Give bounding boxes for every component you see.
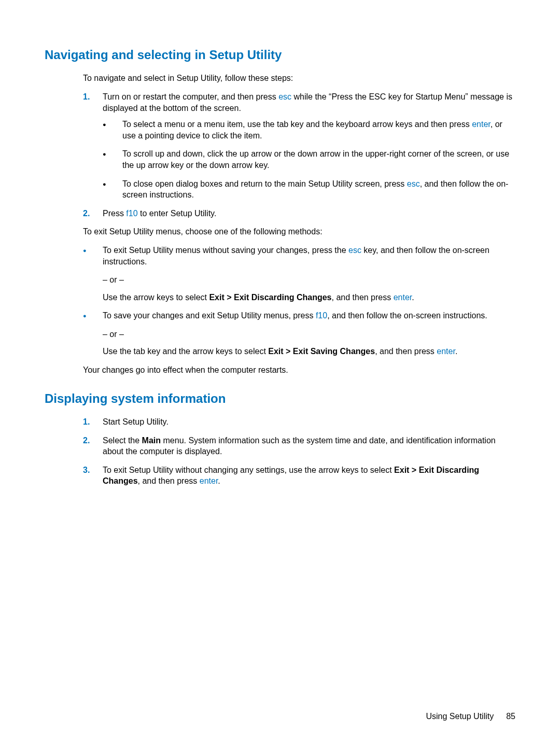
key-enter: enter xyxy=(472,120,491,129)
exit-without-saving: To exit Setup Utility menus without savi… xyxy=(83,245,515,303)
key-esc: esc xyxy=(407,179,420,188)
step-number: 2. xyxy=(83,435,90,446)
step-2: 2. Press f10 to enter Setup Utility. xyxy=(83,208,515,219)
step-2-text: Press f10 to enter Setup Utility. xyxy=(103,209,216,218)
bullet-scroll: To scroll up and down, click the up arro… xyxy=(103,148,515,171)
step-number: 3. xyxy=(83,465,90,476)
exit-methods-block: To exit Setup Utility menus, choose one … xyxy=(45,226,515,375)
steps-list-2: 1. Start Setup Utility. 2. Select the Ma… xyxy=(83,416,515,487)
exit-bullets: To exit Setup Utility menus without savi… xyxy=(83,245,515,357)
sub-bullets: To select a menu or a menu item, use the… xyxy=(103,119,515,201)
key-f10: f10 xyxy=(316,311,327,320)
menu-path: Exit > Exit Discarding Changes xyxy=(209,293,331,302)
key-enter: enter xyxy=(394,293,412,302)
exit-b-alt: Use the tab key and the arrow keys to se… xyxy=(103,346,515,357)
section2-body: 1. Start Setup Utility. 2. Select the Ma… xyxy=(45,416,515,487)
page-footer: Using Setup Utility85 xyxy=(426,711,515,722)
s2-step2-text: Select the Main menu. System information… xyxy=(103,436,496,456)
exit-b-text: To save your changes and exit Setup Util… xyxy=(103,310,515,321)
menu-main: Main xyxy=(142,436,161,445)
or-separator: – or – xyxy=(103,329,515,340)
section-heading-displaying: Displaying system information xyxy=(45,390,515,407)
step-number: 2. xyxy=(83,208,90,219)
bullet-select-menu: To select a menu or a menu item, use the… xyxy=(103,119,515,141)
step-1: 1. Turn on or restart the computer, and … xyxy=(83,91,515,201)
key-esc: esc xyxy=(348,246,361,255)
step-number: 1. xyxy=(83,91,90,103)
intro-text: To navigate and select in Setup Utility,… xyxy=(83,73,515,84)
footer-label: Using Setup Utility xyxy=(426,712,494,721)
or-separator: – or – xyxy=(103,274,515,286)
section1-body: To navigate and select in Setup Utility,… xyxy=(45,73,515,219)
key-esc: esc xyxy=(278,92,291,101)
s2-step-3: 3. To exit Setup Utility without changin… xyxy=(83,465,515,487)
bullet-close-dialog: To close open dialog boxes and return to… xyxy=(103,178,515,201)
exit-with-saving: To save your changes and exit Setup Util… xyxy=(83,310,515,357)
section-heading-navigating: Navigating and selecting in Setup Utilit… xyxy=(45,47,515,63)
exit-a-alt: Use the arrow keys to select Exit > Exit… xyxy=(103,292,515,303)
exit-intro: To exit Setup Utility menus, choose one … xyxy=(83,226,515,237)
exit-a-text: To exit Setup Utility menus without savi… xyxy=(103,245,515,267)
steps-list: 1. Turn on or restart the computer, and … xyxy=(83,91,515,219)
menu-path: Exit > Exit Saving Changes xyxy=(268,347,375,356)
page-number: 85 xyxy=(506,712,515,721)
s2-step-1: 1. Start Setup Utility. xyxy=(83,416,515,428)
s2-step1-text: Start Setup Utility. xyxy=(103,417,169,426)
key-enter: enter xyxy=(200,476,218,485)
step-number: 1. xyxy=(83,416,90,428)
s2-step3-text: To exit Setup Utility without changing a… xyxy=(103,466,479,486)
closing-text: Your changes go into effect when the com… xyxy=(83,364,515,376)
key-f10: f10 xyxy=(126,209,137,218)
s2-step-2: 2. Select the Main menu. System informat… xyxy=(83,435,515,457)
key-enter: enter xyxy=(437,347,455,356)
step-1-text: Turn on or restart the computer, and the… xyxy=(103,92,512,113)
